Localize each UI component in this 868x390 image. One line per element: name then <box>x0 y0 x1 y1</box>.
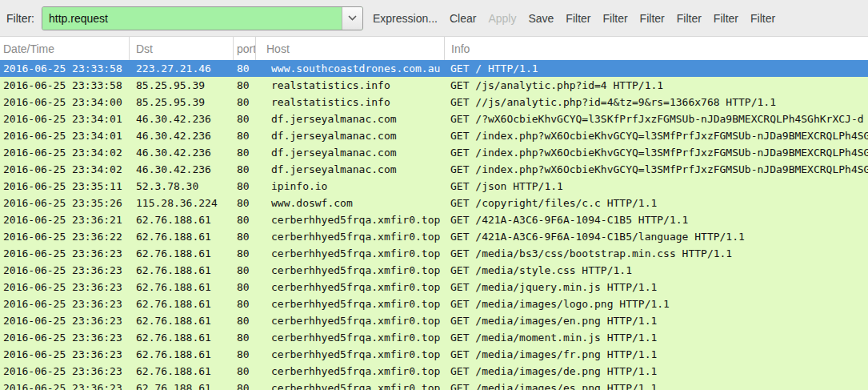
cell-port: 80 <box>234 262 258 279</box>
cell-port: 80 <box>234 94 258 111</box>
filter-button-6[interactable]: Filter <box>750 7 775 30</box>
packet-row[interactable]: 2016-06-25 23:34:00 85.25.95.39 80 reals… <box>0 94 868 111</box>
packet-row[interactable]: 2016-06-25 23:36:22 62.76.188.61 80 cerb… <box>0 228 868 245</box>
cell-dst: 52.3.78.30 <box>130 178 234 195</box>
cell-dst: 46.30.42.236 <box>130 111 234 127</box>
cell-info: GET /?wX6OcbieKhvGCYQ=l3SKfPrfJxzFGMSUb-… <box>445 111 868 127</box>
cell-datetime: 2016-06-25 23:36:21 <box>0 211 130 228</box>
cell-dst: 46.30.42.236 <box>130 161 234 178</box>
packet-row[interactable]: 2016-06-25 23:34:02 46.30.42.236 80 df.j… <box>0 161 868 178</box>
cell-info: GET /media/images/logo.png HTTP/1.1 <box>445 296 868 312</box>
cell-info: GET /media/images/es.png HTTP/1.1 <box>445 380 868 390</box>
cell-host: df.jerseyalmanac.com <box>258 161 445 178</box>
cell-host: cerberhhyed5frqa.xmfir0.top <box>258 312 445 329</box>
cell-host: ipinfo.io <box>258 178 445 195</box>
cell-dst: 62.76.188.61 <box>130 211 234 228</box>
cell-dst: 223.27.21.46 <box>130 60 234 77</box>
packet-row[interactable]: 2016-06-25 23:36:23 62.76.188.61 80 cerb… <box>0 329 868 346</box>
cell-info: GET /media/images/en.png HTTP/1.1 <box>445 312 868 329</box>
packet-row[interactable]: 2016-06-25 23:34:01 46.30.42.236 80 df.j… <box>0 111 868 127</box>
cell-port: 80 <box>234 245 258 262</box>
cell-dst: 85.25.95.39 <box>130 94 234 111</box>
filter-button-4[interactable]: Filter <box>677 7 702 30</box>
cell-dst: 62.76.188.61 <box>130 245 234 262</box>
packet-row[interactable]: 2016-06-25 23:36:23 62.76.188.61 80 cerb… <box>0 296 868 312</box>
cell-datetime: 2016-06-25 23:36:23 <box>0 380 130 390</box>
cell-datetime: 2016-06-25 23:36:23 <box>0 363 130 380</box>
filter-toolbar: Filter: Expression... Clear Apply Save F… <box>0 0 868 37</box>
cell-datetime: 2016-06-25 23:35:11 <box>0 178 130 195</box>
packet-row[interactable]: 2016-06-25 23:35:26 115.28.36.224 80 www… <box>0 195 868 211</box>
packet-row[interactable]: 2016-06-25 23:36:23 62.76.188.61 80 cerb… <box>0 262 868 279</box>
column-header-info[interactable]: Info <box>445 37 868 60</box>
cell-port: 80 <box>234 312 258 329</box>
cell-dst: 62.76.188.61 <box>130 329 234 346</box>
apply-button[interactable]: Apply <box>488 7 516 30</box>
filter-button-2[interactable]: Filter <box>602 7 627 30</box>
cell-dst: 85.25.95.39 <box>130 77 234 94</box>
packet-row[interactable]: 2016-06-25 23:35:11 52.3.78.30 80 ipinfo… <box>0 178 868 195</box>
filter-input[interactable] <box>42 7 342 30</box>
expression-button[interactable]: Expression... <box>373 7 438 30</box>
packet-row[interactable]: 2016-06-25 23:36:23 62.76.188.61 80 cerb… <box>0 346 868 363</box>
packet-row[interactable]: 2016-06-25 23:36:23 62.76.188.61 80 cerb… <box>0 312 868 329</box>
cell-datetime: 2016-06-25 23:36:23 <box>0 296 130 312</box>
packet-row[interactable]: 2016-06-25 23:36:21 62.76.188.61 80 cerb… <box>0 211 868 228</box>
cell-port: 80 <box>234 127 258 144</box>
cell-host: df.jerseyalmanac.com <box>258 127 445 144</box>
cell-dst: 62.76.188.61 <box>130 363 234 380</box>
packet-row[interactable]: 2016-06-25 23:33:58 85.25.95.39 80 reals… <box>0 77 868 94</box>
cell-port: 80 <box>234 380 258 390</box>
cell-host: cerberhhyed5frqa.xmfir0.top <box>258 363 445 380</box>
column-header-port[interactable]: port <box>234 37 256 60</box>
packet-row[interactable]: 2016-06-25 23:34:01 46.30.42.236 80 df.j… <box>0 127 868 144</box>
cell-host: www.southcoastdrones.com.au <box>258 60 445 77</box>
chevron-down-icon <box>348 15 357 21</box>
cell-info: GET /js/analytic.php?id=4 HTTP/1.1 <box>445 77 868 94</box>
cell-host: cerberhhyed5frqa.xmfir0.top <box>258 211 445 228</box>
column-header-host[interactable]: Host <box>256 37 445 60</box>
packet-row[interactable]: 2016-06-25 23:36:23 62.76.188.61 80 cerb… <box>0 279 868 296</box>
packet-row[interactable]: 2016-06-25 23:36:23 62.76.188.61 80 cerb… <box>0 363 868 380</box>
filter-history-dropdown[interactable] <box>342 7 362 30</box>
cell-port: 80 <box>234 77 258 94</box>
cell-info: GET /json HTTP/1.1 <box>445 178 868 195</box>
cell-dst: 62.76.188.61 <box>130 380 234 390</box>
cell-datetime: 2016-06-25 23:36:23 <box>0 329 130 346</box>
column-header-datetime[interactable]: Date/Time <box>0 37 130 60</box>
cell-host: cerberhhyed5frqa.xmfir0.top <box>258 245 445 262</box>
cell-host: cerberhhyed5frqa.xmfir0.top <box>258 279 445 296</box>
cell-port: 80 <box>234 144 258 161</box>
packet-row[interactable]: 2016-06-25 23:33:58 223.27.21.46 80 www.… <box>0 60 868 77</box>
cell-info: GET /media/bs3/css/bootstrap.min.css HTT… <box>445 245 868 262</box>
packet-row[interactable]: 2016-06-25 23:36:23 62.76.188.61 80 cerb… <box>0 380 868 390</box>
filter-button-1[interactable]: Filter <box>566 7 590 30</box>
save-button[interactable]: Save <box>528 7 554 30</box>
cell-info: GET /media/style.css HTTP/1.1 <box>445 262 868 279</box>
packet-row[interactable]: 2016-06-25 23:34:02 46.30.42.236 80 df.j… <box>0 144 868 161</box>
cell-host: cerberhhyed5frqa.xmfir0.top <box>258 262 445 279</box>
cell-datetime: 2016-06-25 23:34:02 <box>0 144 130 161</box>
cell-host: cerberhhyed5frqa.xmfir0.top <box>258 296 445 312</box>
cell-host: cerberhhyed5frqa.xmfir0.top <box>258 346 445 363</box>
cell-dst: 46.30.42.236 <box>130 127 234 144</box>
cell-port: 80 <box>234 211 258 228</box>
clear-button[interactable]: Clear <box>450 7 476 30</box>
cell-info: GET /421A-A3C6-9F6A-1094-C1B5 HTTP/1.1 <box>445 211 868 228</box>
packet-row[interactable]: 2016-06-25 23:36:23 62.76.188.61 80 cerb… <box>0 245 868 262</box>
column-header-dst[interactable]: Dst <box>130 37 234 60</box>
packet-list: 2016-06-25 23:33:58 223.27.21.46 80 www.… <box>0 60 868 390</box>
cell-port: 80 <box>234 195 258 211</box>
filter-buttons-group: FilterFilterFilterFilterFilterFilter <box>554 7 775 30</box>
cell-info: GET /media/moment.min.js HTTP/1.1 <box>445 329 868 346</box>
cell-dst: 62.76.188.61 <box>130 346 234 363</box>
cell-host: cerberhhyed5frqa.xmfir0.top <box>258 329 445 346</box>
cell-port: 80 <box>234 111 258 127</box>
cell-info: GET /media/jquery.min.js HTTP/1.1 <box>445 279 868 296</box>
cell-port: 80 <box>234 178 258 195</box>
cell-datetime: 2016-06-25 23:36:23 <box>0 346 130 363</box>
cell-dst: 62.76.188.61 <box>130 262 234 279</box>
filter-button-5[interactable]: Filter <box>714 7 738 30</box>
filter-button-3[interactable]: Filter <box>640 7 665 30</box>
cell-datetime: 2016-06-25 23:36:23 <box>0 262 130 279</box>
